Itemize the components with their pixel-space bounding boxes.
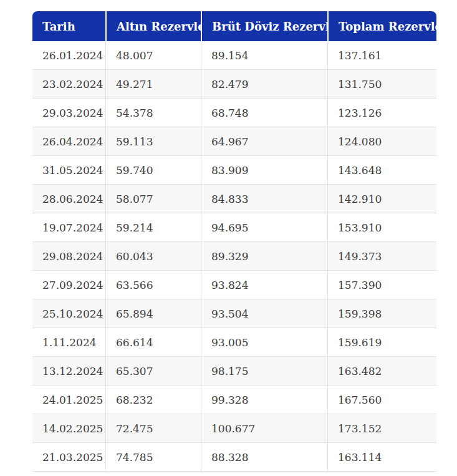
table-row: 14.02.2025 72.475 100.677 173.152 bbox=[32, 414, 436, 443]
cell-total-reserves: 159.619 bbox=[327, 328, 436, 357]
cell-total-reserves: 124.080 bbox=[327, 127, 436, 156]
cell-total-reserves: 131.750 bbox=[327, 70, 436, 99]
cell-gross-fx-reserves: 99.328 bbox=[201, 386, 327, 414]
cell-gross-fx-reserves: 93.504 bbox=[201, 299, 327, 328]
cell-gross-fx-reserves: 88.328 bbox=[201, 443, 327, 472]
cell-gross-fx-reserves: 98.175 bbox=[201, 357, 327, 386]
cell-date: 31.05.2024 bbox=[32, 156, 105, 185]
cell-date: 21.03.2025 bbox=[32, 443, 105, 472]
cell-date: 1.11.2024 bbox=[32, 328, 105, 357]
cell-total-reserves: 157.390 bbox=[327, 271, 436, 299]
table-row: 19.07.2024 59.214 94.695 153.910 bbox=[32, 213, 436, 242]
cell-date: 25.10.2024 bbox=[32, 299, 105, 328]
cell-gross-fx-reserves: 68.748 bbox=[201, 99, 327, 127]
cell-date: 14.02.2025 bbox=[32, 414, 105, 443]
cell-total-reserves: 159.398 bbox=[327, 299, 436, 328]
column-header-brut-doviz-rezervleri: Brüt Döviz Rezervleri bbox=[201, 11, 327, 41]
cell-gold-reserves: 68.232 bbox=[105, 386, 201, 414]
cell-gold-reserves: 59.113 bbox=[105, 127, 201, 156]
cell-date: 29.03.2024 bbox=[32, 99, 105, 127]
header-row: Tarih Altın Rezervleri Brüt Döviz Rezerv… bbox=[32, 11, 436, 41]
cell-date: 28.06.2024 bbox=[32, 185, 105, 213]
column-header-altin-rezervleri: Altın Rezervleri bbox=[105, 11, 201, 41]
column-header-toplam-rezervler: Toplam Rezervler bbox=[327, 11, 436, 41]
table-header: Tarih Altın Rezervleri Brüt Döviz Rezerv… bbox=[32, 11, 436, 41]
cell-date: 19.07.2024 bbox=[32, 213, 105, 242]
cell-gross-fx-reserves: 83.909 bbox=[201, 156, 327, 185]
cell-gold-reserves: 65.894 bbox=[105, 299, 201, 328]
cell-gross-fx-reserves: 82.479 bbox=[201, 70, 327, 99]
cell-gross-fx-reserves: 64.967 bbox=[201, 127, 327, 156]
cell-gross-fx-reserves: 89.329 bbox=[201, 242, 327, 271]
cell-gold-reserves: 66.614 bbox=[105, 328, 201, 357]
table-row: 29.08.2024 60.043 89.329 149.373 bbox=[32, 242, 436, 271]
table-row: 29.03.2024 54.378 68.748 123.126 bbox=[32, 99, 436, 127]
cell-date: 13.12.2024 bbox=[32, 357, 105, 386]
table-row: 28.06.2024 58.077 84.833 142.910 bbox=[32, 185, 436, 213]
table-row: 26.01.2024 48.007 89.154 137.161 bbox=[32, 41, 436, 70]
cell-gross-fx-reserves: 94.695 bbox=[201, 213, 327, 242]
table-row: 27.09.2024 63.566 93.824 157.390 bbox=[32, 271, 436, 299]
cell-gold-reserves: 63.566 bbox=[105, 271, 201, 299]
table-row: 24.01.2025 68.232 99.328 167.560 bbox=[32, 386, 436, 414]
cell-gold-reserves: 65.307 bbox=[105, 357, 201, 386]
cell-gross-fx-reserves: 93.005 bbox=[201, 328, 327, 357]
cell-gross-fx-reserves: 84.833 bbox=[201, 185, 327, 213]
cell-total-reserves: 167.560 bbox=[327, 386, 436, 414]
table-row: 26.04.2024 59.113 64.967 124.080 bbox=[32, 127, 436, 156]
cell-date: 27.09.2024 bbox=[32, 271, 105, 299]
cell-gold-reserves: 48.007 bbox=[105, 41, 201, 70]
cell-total-reserves: 163.482 bbox=[327, 357, 436, 386]
cell-date: 29.08.2024 bbox=[32, 242, 105, 271]
cell-gold-reserves: 58.077 bbox=[105, 185, 201, 213]
cell-gold-reserves: 74.785 bbox=[105, 443, 201, 472]
reserves-table: Tarih Altın Rezervleri Brüt Döviz Rezerv… bbox=[32, 11, 436, 472]
cell-total-reserves: 163.114 bbox=[327, 443, 436, 472]
cell-gold-reserves: 60.043 bbox=[105, 242, 201, 271]
cell-gold-reserves: 54.378 bbox=[105, 99, 201, 127]
cell-total-reserves: 153.910 bbox=[327, 213, 436, 242]
page-background: Tarih Altın Rezervleri Brüt Döviz Rezerv… bbox=[0, 0, 457, 476]
column-header-tarih: Tarih bbox=[32, 11, 105, 41]
table-row: 25.10.2024 65.894 93.504 159.398 bbox=[32, 299, 436, 328]
table-row: 21.03.2025 74.785 88.328 163.114 bbox=[32, 443, 436, 472]
cell-date: 24.01.2025 bbox=[32, 386, 105, 414]
cell-date: 23.02.2024 bbox=[32, 70, 105, 99]
cell-total-reserves: 142.910 bbox=[327, 185, 436, 213]
cell-total-reserves: 173.152 bbox=[327, 414, 436, 443]
cell-total-reserves: 143.648 bbox=[327, 156, 436, 185]
cell-gross-fx-reserves: 93.824 bbox=[201, 271, 327, 299]
cell-gross-fx-reserves: 89.154 bbox=[201, 41, 327, 70]
cell-date: 26.01.2024 bbox=[32, 41, 105, 70]
cell-gold-reserves: 59.214 bbox=[105, 213, 201, 242]
cell-date: 26.04.2024 bbox=[32, 127, 105, 156]
cell-total-reserves: 149.373 bbox=[327, 242, 436, 271]
cell-gold-reserves: 72.475 bbox=[105, 414, 201, 443]
cell-total-reserves: 123.126 bbox=[327, 99, 436, 127]
table-row: 31.05.2024 59.740 83.909 143.648 bbox=[32, 156, 436, 185]
table-row: 1.11.2024 66.614 93.005 159.619 bbox=[32, 328, 436, 357]
table-body: 26.01.2024 48.007 89.154 137.161 23.02.2… bbox=[32, 41, 436, 472]
cell-gold-reserves: 49.271 bbox=[105, 70, 201, 99]
table-row: 23.02.2024 49.271 82.479 131.750 bbox=[32, 70, 436, 99]
cell-total-reserves: 137.161 bbox=[327, 41, 436, 70]
table-row: 13.12.2024 65.307 98.175 163.482 bbox=[32, 357, 436, 386]
cell-gross-fx-reserves: 100.677 bbox=[201, 414, 327, 443]
cell-gold-reserves: 59.740 bbox=[105, 156, 201, 185]
